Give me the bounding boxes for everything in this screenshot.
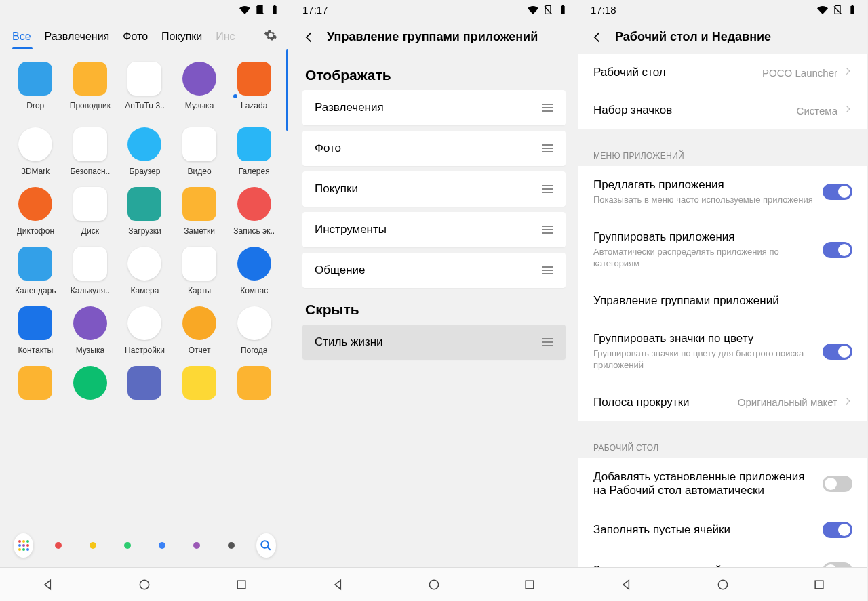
settings-item[interactable]: Добавлять установленные приложения на Ра… bbox=[578, 458, 867, 510]
app-label: Проводник bbox=[70, 101, 111, 110]
drag-handle-icon[interactable] bbox=[542, 338, 553, 346]
dock-color-filter[interactable] bbox=[48, 533, 68, 558]
nav-home[interactable] bbox=[427, 578, 441, 592]
toggle-switch[interactable] bbox=[823, 522, 852, 538]
app-label: Музыка bbox=[185, 101, 214, 110]
category-item[interactable]: Развлечения bbox=[302, 90, 566, 125]
toggle-switch[interactable] bbox=[823, 344, 852, 360]
drag-handle-icon[interactable] bbox=[542, 185, 553, 193]
app-item[interactable]: Музыка bbox=[63, 301, 118, 360]
tab-shopping[interactable]: Покупки bbox=[161, 30, 202, 43]
settings-item[interactable]: Заполнять пустые ячейки bbox=[578, 510, 867, 550]
back-icon[interactable] bbox=[591, 30, 604, 44]
app-item[interactable]: Компас bbox=[226, 241, 281, 301]
app-item[interactable]: Проводник bbox=[63, 56, 118, 116]
app-item[interactable]: Отчет bbox=[172, 301, 227, 360]
app-item[interactable] bbox=[117, 360, 172, 411]
toggle-switch[interactable] bbox=[823, 184, 852, 200]
app-icon bbox=[18, 62, 52, 96]
toggle-switch[interactable] bbox=[823, 476, 852, 492]
settings-item[interactable]: Полоса прокруткиОригинальный макет bbox=[578, 384, 867, 421]
nav-recent[interactable] bbox=[523, 578, 536, 592]
settings-item[interactable]: Группировать приложенияАвтоматически рас… bbox=[578, 218, 867, 282]
app-item[interactable]: 3DMark bbox=[8, 122, 63, 182]
app-item[interactable] bbox=[8, 360, 63, 411]
app-item[interactable]: Погода bbox=[226, 301, 281, 360]
gear-icon[interactable] bbox=[264, 28, 277, 45]
app-item[interactable]: Lazada bbox=[226, 56, 281, 116]
app-item[interactable]: Карты bbox=[172, 241, 227, 301]
nav-back[interactable] bbox=[620, 578, 633, 592]
drag-handle-icon[interactable] bbox=[542, 226, 553, 234]
tab-photo[interactable]: Фото bbox=[123, 30, 148, 43]
tab-all[interactable]: Все bbox=[12, 30, 31, 43]
dock-color-filter[interactable] bbox=[153, 533, 172, 558]
dock-color-filter[interactable] bbox=[117, 533, 137, 558]
nav-home[interactable] bbox=[138, 578, 151, 592]
app-item[interactable] bbox=[63, 360, 118, 411]
app-label: Безопасн.. bbox=[70, 167, 110, 176]
settings-item[interactable]: Управление группами приложений bbox=[578, 282, 867, 320]
app-item[interactable] bbox=[226, 360, 281, 411]
app-item[interactable]: Загрузки bbox=[117, 182, 172, 241]
category-item[interactable]: Фото bbox=[302, 131, 566, 166]
settings-item[interactable]: Рабочий столPOCO Launcher bbox=[578, 54, 867, 91]
chevron-right-icon bbox=[843, 66, 852, 79]
tab-entertainment[interactable]: Развлечения bbox=[45, 30, 110, 43]
svg-line-12 bbox=[268, 547, 271, 550]
app-item[interactable]: AnTuTu 3.. bbox=[117, 56, 172, 116]
app-icon bbox=[73, 247, 107, 281]
nav-recent[interactable] bbox=[812, 578, 826, 592]
category-item[interactable]: Покупки bbox=[302, 171, 566, 207]
app-label: AnTuTu 3.. bbox=[125, 101, 164, 110]
drag-handle-icon[interactable] bbox=[542, 266, 553, 274]
app-label: Калькуля.. bbox=[71, 286, 110, 295]
drag-handle-icon[interactable] bbox=[542, 104, 553, 112]
app-item[interactable]: Запись эк.. bbox=[226, 182, 281, 241]
app-item[interactable]: Календарь bbox=[8, 241, 63, 301]
nav-home[interactable] bbox=[716, 578, 730, 592]
nav-recent[interactable] bbox=[235, 578, 248, 592]
app-item[interactable]: Диктофон bbox=[8, 182, 63, 241]
dock-all-apps[interactable] bbox=[14, 533, 33, 558]
app-icon bbox=[18, 187, 52, 221]
app-item[interactable]: Браузер bbox=[117, 122, 172, 182]
dock-color-filter[interactable] bbox=[187, 533, 207, 558]
app-item[interactable]: Диск bbox=[63, 182, 118, 241]
app-item[interactable]: Видео bbox=[172, 122, 227, 182]
svg-rect-20 bbox=[852, 5, 854, 6]
app-item[interactable]: Drop bbox=[8, 56, 63, 116]
divider bbox=[8, 119, 281, 119]
category-item[interactable]: Стиль жизни bbox=[302, 325, 566, 360]
nav-back[interactable] bbox=[332, 578, 345, 592]
app-label: Браузер bbox=[130, 167, 161, 176]
app-icon bbox=[237, 187, 271, 221]
scrollbar-thumb[interactable] bbox=[286, 49, 288, 131]
dock-color-filter[interactable] bbox=[222, 533, 241, 558]
section-app-menu: МЕНЮ ПРИЛОЖЕНИЙ bbox=[578, 139, 867, 166]
settings-label: Рабочий стол bbox=[593, 66, 755, 79]
app-item[interactable]: Галерея bbox=[226, 122, 281, 182]
dock-color-filter[interactable] bbox=[83, 533, 102, 558]
category-item[interactable]: Общение bbox=[302, 253, 566, 288]
app-item[interactable]: Музыка bbox=[172, 56, 227, 116]
app-item[interactable]: Заметки bbox=[172, 182, 227, 241]
app-drawer[interactable]: DropПроводникAnTuTu 3..МузыкаLazada3DMar… bbox=[0, 49, 290, 601]
app-item[interactable]: Контакты bbox=[8, 301, 63, 360]
dock-search[interactable] bbox=[256, 533, 276, 558]
settings-item[interactable]: Группировать значки по цветуГруппировать… bbox=[578, 320, 867, 384]
category-label: Инструменты bbox=[315, 223, 387, 236]
drag-handle-icon[interactable] bbox=[542, 144, 553, 152]
back-icon[interactable] bbox=[302, 30, 316, 44]
settings-item[interactable]: Набор значковСистема bbox=[578, 91, 867, 129]
category-item[interactable]: Инструменты bbox=[302, 212, 566, 247]
tab-partial[interactable]: Инс bbox=[216, 30, 235, 43]
nav-back[interactable] bbox=[41, 578, 55, 592]
app-item[interactable]: Камера bbox=[117, 241, 172, 301]
app-item[interactable] bbox=[172, 360, 227, 411]
settings-item[interactable]: Предлагать приложенияПоказывать в меню ч… bbox=[578, 166, 867, 218]
app-item[interactable]: Настройки bbox=[117, 301, 172, 360]
app-item[interactable]: Калькуля.. bbox=[63, 241, 118, 301]
toggle-switch[interactable] bbox=[823, 242, 852, 258]
app-item[interactable]: Безопасн.. bbox=[63, 122, 118, 182]
